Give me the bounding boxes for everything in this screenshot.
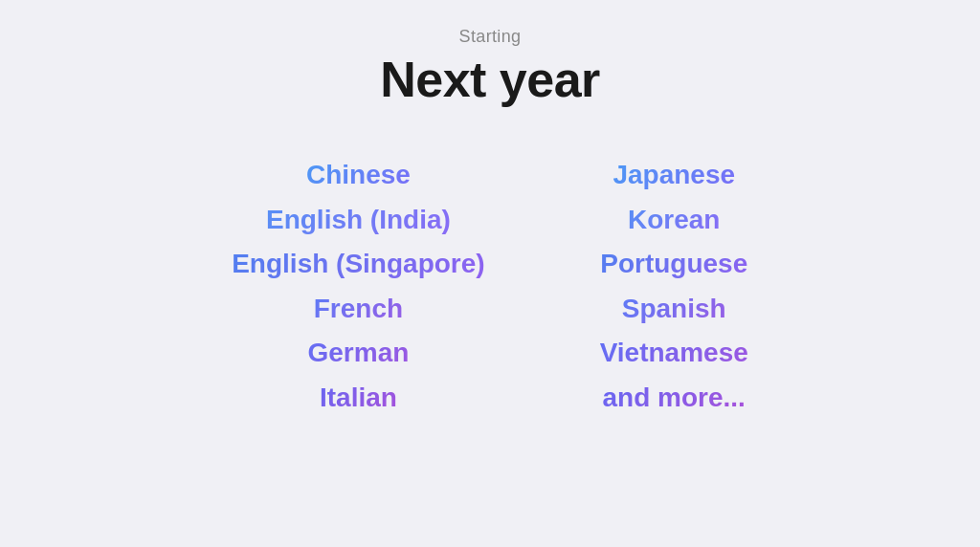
- starting-label: Starting: [459, 27, 522, 47]
- languages-grid: ChineseEnglish (India)English (Singapore…: [232, 156, 748, 418]
- language-item-right-5: and more...: [603, 379, 746, 418]
- right-column: JapaneseKoreanPortugueseSpanishVietnames…: [600, 156, 748, 418]
- header-section: Starting Next year: [380, 27, 600, 108]
- left-column: ChineseEnglish (India)English (Singapore…: [232, 156, 484, 418]
- language-item-left-0: Chinese: [306, 156, 411, 195]
- language-item-left-3: French: [314, 290, 403, 329]
- language-item-right-3: Spanish: [622, 290, 726, 329]
- next-year-label: Next year: [380, 51, 600, 108]
- language-item-left-2: English (Singapore): [232, 245, 484, 284]
- language-item-right-1: Korean: [628, 201, 720, 240]
- language-item-right-2: Portuguese: [600, 245, 747, 284]
- language-item-right-0: Japanese: [612, 156, 735, 195]
- language-item-left-5: Italian: [320, 379, 397, 418]
- language-item-left-4: German: [308, 334, 410, 373]
- language-item-right-4: Vietnamese: [600, 334, 748, 373]
- language-item-left-1: English (India): [266, 201, 451, 240]
